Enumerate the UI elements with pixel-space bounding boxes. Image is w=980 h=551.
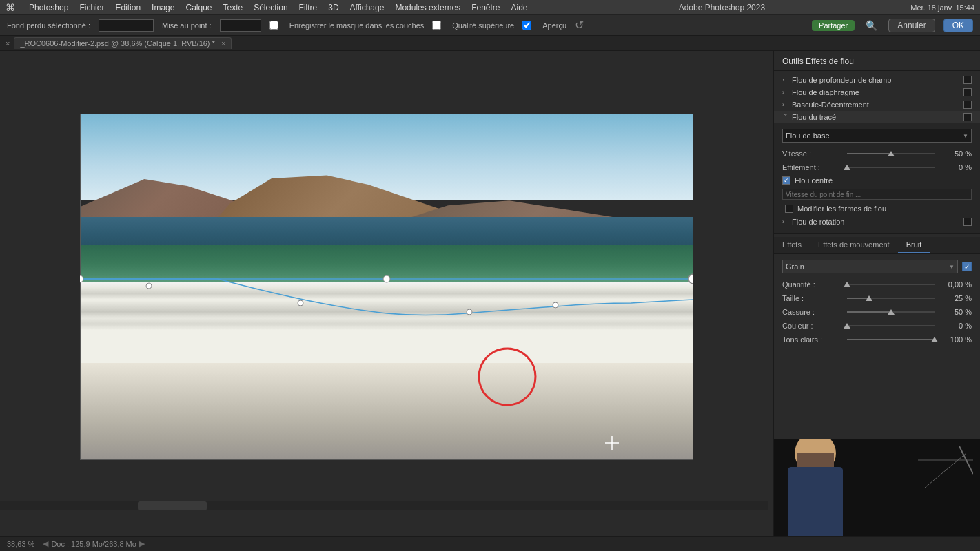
right-panel: Outils Effets de flou › Flou de profonde… (773, 51, 980, 536)
datetime-display: Mer. 18 janv. 15:44 (910, 3, 974, 12)
panel-header: Outils Effets de flou (774, 51, 980, 71)
effilement-row: Effilement : 0 % (782, 160, 972, 174)
canvas-area[interactable] (0, 51, 773, 536)
menu-aide[interactable]: Aide (505, 1, 533, 14)
flou-centre-label: Flou centré (795, 176, 833, 185)
effect-row-trace[interactable]: › Flou du tracé (774, 111, 980, 123)
beach-area (80, 363, 693, 460)
flou-rotation-checkbox[interactable] (963, 218, 972, 226)
menu-filtre[interactable]: Filtre (294, 1, 323, 14)
menu-modules[interactable]: Modules externes (389, 1, 466, 14)
cassure-thumb[interactable] (888, 309, 895, 315)
trace-expanded-section: Flou de base ▼ Vitesse : 50 % (774, 123, 980, 234)
search-icon[interactable]: 🔍 (866, 20, 877, 31)
tons-clairs-thumb[interactable] (931, 337, 938, 342)
taille-thumb[interactable] (866, 295, 872, 301)
fond-perdu-input[interactable] (99, 19, 154, 32)
vitesse-fin-input[interactable] (782, 189, 972, 200)
vitesse-fin-row (782, 187, 972, 202)
menu-texte[interactable]: Texte (218, 1, 249, 14)
menu-edition[interactable]: Edition (110, 1, 146, 14)
mise-au-point-input[interactable] (220, 19, 261, 32)
effilement-label: Effilement : (782, 163, 844, 171)
grain-dropdown[interactable]: Grain ▼ (782, 260, 958, 273)
selector-arrow-icon: ▼ (963, 133, 968, 139)
apercu-checkbox[interactable] (522, 21, 531, 30)
reset-icon[interactable]: ↺ (575, 19, 584, 32)
flou-centre-row: Flou centré (782, 174, 972, 187)
effect-checkbox-bascule[interactable] (963, 101, 972, 109)
effect-row-bascule[interactable]: › Bascule-Décentrement (774, 98, 980, 111)
modifier-formes-checkbox[interactable] (785, 205, 793, 213)
expand-icon-profondeur: › (782, 76, 789, 83)
effect-label-diaphragme: Flou de diaphragme (792, 88, 961, 96)
quantite-slider[interactable] (847, 280, 935, 289)
qualite-superieure-label: Qualité supérieure (452, 21, 514, 30)
couleur-thumb[interactable] (844, 323, 850, 329)
menu-right-icons: Mer. 18 janv. 15:44 (910, 3, 974, 12)
cassure-slider[interactable] (847, 307, 935, 317)
enregistrer-masque-checkbox[interactable] (269, 21, 278, 30)
horizontal-scrollbar[interactable] (0, 501, 768, 510)
quantite-value: 0,00 % (937, 280, 972, 289)
taille-track (847, 298, 935, 299)
frame-left (80, 114, 81, 460)
menu-3d[interactable]: 3D (323, 1, 344, 14)
tab-bruit[interactable]: Bruit (898, 237, 930, 253)
quantite-row: Quantité : 0,00 % (782, 278, 972, 291)
menu-fichier[interactable]: Fichier (74, 1, 110, 14)
blur-type-selector[interactable]: Flou de base ▼ (782, 129, 972, 143)
main-layout: Outils Effets de flou › Flou de profonde… (0, 51, 980, 536)
flou-rotation-row[interactable]: › Flou de rotation (782, 216, 972, 228)
effect-checkbox-trace[interactable] (963, 113, 972, 121)
quantite-label: Quantité : (782, 280, 844, 289)
grain-value: Grain (786, 262, 804, 271)
couleur-label: Couleur : (782, 322, 844, 330)
couleur-slider[interactable] (847, 321, 935, 331)
ok-button[interactable]: OK (943, 19, 973, 32)
effect-row-diaphragme[interactable]: › Flou de diaphragme (774, 86, 980, 98)
tab-close-icon[interactable]: × (6, 39, 10, 48)
bruit-content: Grain ▼ Quantité : 0,00 % Taille : (774, 254, 980, 352)
vitesse-slider[interactable] (847, 149, 935, 158)
status-arrow-right[interactable]: ▶ (139, 539, 145, 548)
menu-calque[interactable]: Calque (180, 1, 217, 14)
taille-value: 25 % (937, 294, 972, 302)
tab-effets-mouvement[interactable]: Effets de mouvement (810, 237, 898, 253)
document-tab[interactable]: _ROC0606-Modifier-2.psd @ 38,6% (Calque … (14, 37, 232, 49)
menu-selection[interactable]: Sélection (248, 1, 293, 14)
effect-row-profondeur[interactable]: › Flou de profondeur de champ (774, 74, 980, 86)
tons-clairs-slider[interactable] (847, 335, 935, 344)
tons-clairs-label: Tons clairs : (782, 335, 844, 344)
tab-bar: × _ROC0606-Modifier-2.psd @ 38,6% (Calqu… (0, 36, 980, 51)
effilement-track (847, 167, 935, 168)
modifier-formes-label: Modifier les formes de flou (797, 205, 886, 213)
tab-effets[interactable]: Effets (774, 237, 810, 253)
expand-icon-diaphragme: › (782, 89, 789, 96)
quantite-thumb[interactable] (844, 282, 850, 287)
menu-photoshop[interactable]: Photoshop (23, 1, 74, 14)
menu-fenetre[interactable]: Fenêtre (466, 1, 505, 14)
grain-enabled-checkbox[interactable] (962, 262, 972, 271)
tons-clairs-track (847, 339, 935, 340)
tab-close-button[interactable]: × (221, 39, 225, 48)
effect-checkbox-diaphragme[interactable] (963, 88, 972, 96)
flou-centre-checkbox[interactable] (782, 176, 790, 185)
qualite-superieure-checkbox[interactable] (432, 21, 441, 30)
effilement-slider[interactable] (847, 163, 935, 172)
tons-clairs-row: Tons clairs : 100 % (782, 333, 972, 346)
svg-line-12 (925, 453, 966, 488)
cancel-button[interactable]: Annuler (888, 19, 935, 32)
menu-image[interactable]: Image (146, 1, 180, 14)
taille-slider[interactable] (847, 293, 935, 303)
frame-right (693, 114, 693, 460)
vitesse-thumb[interactable] (888, 151, 895, 156)
doc-info: Doc : 125,9 Mo/263,8 Mo (51, 540, 136, 548)
effect-checkbox-profondeur[interactable] (963, 76, 972, 84)
menu-affichage[interactable]: Affichage (345, 1, 390, 14)
status-arrow-left[interactable]: ◀ (43, 539, 48, 548)
taille-label: Taille : (782, 294, 844, 302)
effilement-thumb[interactable] (844, 165, 850, 170)
share-button[interactable]: Partager (812, 20, 855, 31)
vitesse-fill (847, 153, 891, 154)
